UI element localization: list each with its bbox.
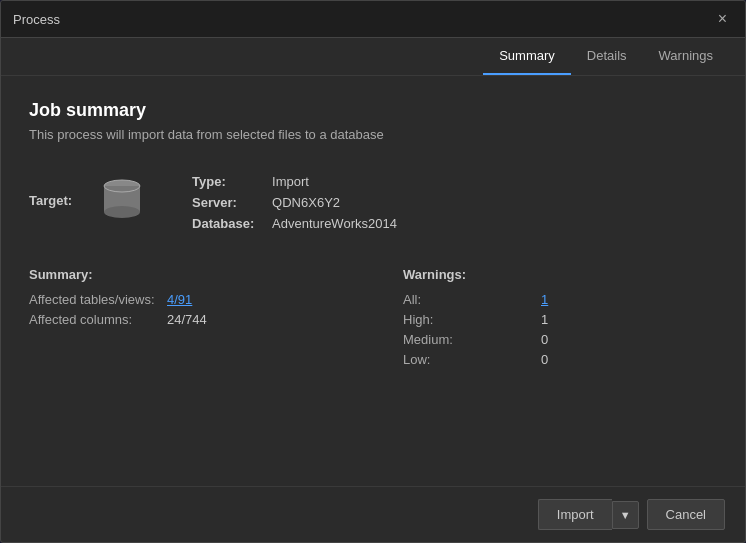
tables-label: Affected tables/views: [29, 292, 159, 307]
warnings-medium-value: 0 [541, 332, 548, 347]
content-area: Job summary This process will import dat… [1, 76, 745, 486]
tables-row: Affected tables/views: 4/91 [29, 292, 343, 307]
title-bar: Process × [1, 1, 745, 38]
warnings-section-title: Warnings: [403, 267, 717, 282]
dialog-title: Process [13, 12, 60, 27]
database-row: Database: AdventureWorks2014 [192, 216, 717, 231]
warnings-low-label: Low: [403, 352, 533, 367]
type-value: Import [272, 174, 309, 189]
warnings-low-value: 0 [541, 352, 548, 367]
warnings-high-label: High: [403, 312, 533, 327]
server-row: Server: QDN6X6Y2 [192, 195, 717, 210]
job-description: This process will import data from selec… [29, 127, 717, 142]
type-section: Type: Import Server: QDN6X6Y2 Database: … [192, 170, 717, 237]
server-value: QDN6X6Y2 [272, 195, 340, 210]
process-dialog: Process × Summary Details Warnings Job s… [0, 0, 746, 543]
svg-point-2 [104, 206, 140, 218]
close-button[interactable]: × [712, 9, 733, 29]
warnings-low-row: Low: 0 [403, 352, 717, 367]
warnings-all-row: All: 1 [403, 292, 717, 307]
warnings-high-row: High: 1 [403, 312, 717, 327]
database-label: Database: [192, 216, 264, 231]
summary-section-title: Summary: [29, 267, 343, 282]
server-label: Server: [192, 195, 264, 210]
columns-value: 24/744 [167, 312, 207, 327]
database-value: AdventureWorks2014 [272, 216, 397, 231]
warnings-all-label: All: [403, 292, 533, 307]
warnings-medium-label: Medium: [403, 332, 533, 347]
target-section: Target: [29, 170, 152, 230]
tab-warnings[interactable]: Warnings [643, 38, 729, 75]
database-icon [92, 170, 152, 230]
warnings-block: Warnings: All: 1 High: 1 Medium: 0 Low: … [403, 267, 717, 372]
type-label: Type: [192, 174, 264, 189]
main-section: Target: Type: [29, 170, 717, 237]
warnings-all-value[interactable]: 1 [541, 292, 548, 307]
target-label: Target: [29, 193, 72, 208]
job-title: Job summary [29, 100, 717, 121]
bottom-section: Summary: Affected tables/views: 4/91 Aff… [29, 267, 717, 372]
footer: Import ▼ Cancel [1, 486, 745, 542]
type-row: Type: Import [192, 174, 717, 189]
import-dropdown-button[interactable]: ▼ [612, 501, 639, 529]
tab-details[interactable]: Details [571, 38, 643, 75]
cancel-button[interactable]: Cancel [647, 499, 725, 530]
import-button[interactable]: Import [538, 499, 612, 530]
columns-row: Affected columns: 24/744 [29, 312, 343, 327]
tab-summary[interactable]: Summary [483, 38, 571, 75]
tab-bar: Summary Details Warnings [1, 38, 745, 76]
summary-block: Summary: Affected tables/views: 4/91 Aff… [29, 267, 343, 372]
warnings-high-value: 1 [541, 312, 548, 327]
columns-label: Affected columns: [29, 312, 159, 327]
tables-value[interactable]: 4/91 [167, 292, 192, 307]
warnings-medium-row: Medium: 0 [403, 332, 717, 347]
